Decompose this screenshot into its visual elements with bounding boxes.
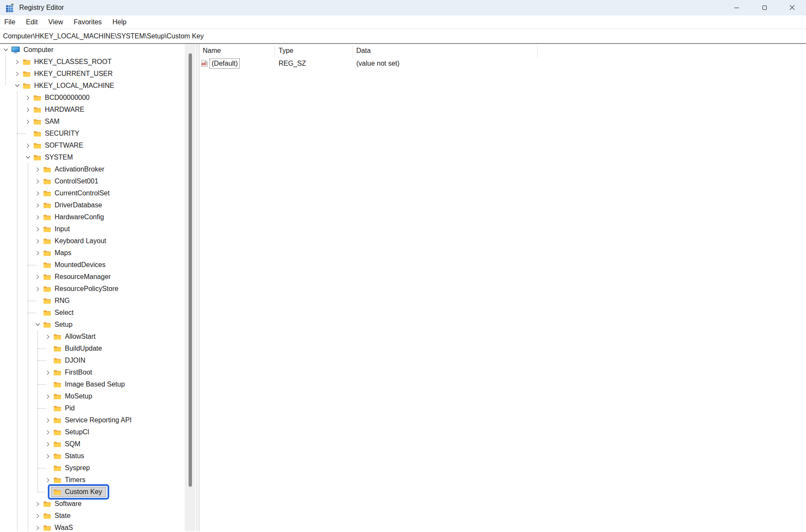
- chevron-right-icon[interactable]: [44, 414, 52, 426]
- tree-item-input[interactable]: Input: [0, 223, 185, 235]
- tree-item-waas[interactable]: WaaS: [0, 522, 185, 531]
- tree-item-pid[interactable]: Pid: [0, 402, 185, 414]
- chevron-right-icon[interactable]: [44, 366, 52, 378]
- menu-item-file[interactable]: File: [3, 17, 16, 27]
- chevron-placeholder: [44, 462, 52, 474]
- tree-item-label: Setup: [55, 321, 73, 329]
- tree-item-label: Maps: [55, 249, 71, 257]
- chevron-down-icon[interactable]: [2, 44, 9, 56]
- tree-item-resourcemanager[interactable]: ResourceManager: [0, 271, 185, 283]
- tree-item-mosetup[interactable]: MoSetup: [0, 390, 185, 402]
- tree-item-resourcepolicystore[interactable]: ResourcePolicyStore: [0, 283, 185, 295]
- tree-item-hkey-local-machine[interactable]: HKEY_LOCAL_MACHINE: [0, 80, 185, 92]
- chevron-right-icon[interactable]: [24, 140, 32, 151]
- chevron-right-icon[interactable]: [34, 235, 41, 247]
- chevron-placeholder: [44, 343, 52, 355]
- chevron-down-icon[interactable]: [34, 319, 41, 331]
- chevron-right-icon[interactable]: [34, 498, 41, 510]
- tree-item-label: BuildUpdate: [65, 345, 102, 352]
- chevron-right-icon[interactable]: [34, 247, 41, 259]
- chevron-right-icon[interactable]: [34, 199, 41, 211]
- value-name-cell[interactable]: (Default): [210, 58, 240, 70]
- menu-item-view[interactable]: View: [47, 17, 64, 27]
- chevron-right-icon[interactable]: [34, 211, 41, 223]
- tree-item-rng[interactable]: RNG: [0, 295, 185, 307]
- tree-item-hardware[interactable]: HARDWARE: [0, 104, 185, 116]
- chevron-right-icon[interactable]: [44, 426, 52, 438]
- chevron-right-icon[interactable]: [24, 116, 32, 128]
- tree-item-sam[interactable]: SAM: [0, 116, 185, 128]
- column-header-data[interactable]: Data: [356, 44, 371, 58]
- tree-scrollbar[interactable]: [185, 44, 195, 531]
- column-header-name[interactable]: Name: [203, 44, 221, 58]
- chevron-down-icon[interactable]: [13, 80, 21, 92]
- ab-string-value-icon: ab: [201, 60, 208, 69]
- tree-item-sysprep[interactable]: Sysprep: [0, 462, 185, 474]
- chevron-right-icon[interactable]: [34, 522, 41, 531]
- tree-item-driverdatabase[interactable]: DriverDatabase: [0, 199, 185, 211]
- column-separator[interactable]: [537, 45, 538, 58]
- tree-item-activationbroker[interactable]: ActivationBroker: [0, 163, 185, 175]
- tree-item-computer[interactable]: Computer: [0, 44, 185, 56]
- tree-item-select[interactable]: Select: [0, 307, 185, 319]
- chevron-right-icon[interactable]: [44, 450, 52, 462]
- chevron-right-icon[interactable]: [34, 187, 41, 199]
- tree-item-bcd00000000[interactable]: BCD00000000: [0, 92, 185, 104]
- maximize-button[interactable]: [751, 0, 778, 15]
- chevron-right-icon[interactable]: [34, 175, 41, 187]
- menu-item-edit[interactable]: Edit: [25, 17, 39, 27]
- tree-item-setupcl[interactable]: SetupCl: [0, 426, 185, 438]
- tree-item-label: HKEY_CLASSES_ROOT: [34, 58, 111, 66]
- tree-item-djoin[interactable]: DJOIN: [0, 355, 185, 366]
- chevron-right-icon[interactable]: [34, 223, 41, 235]
- tree-item-mounteddevices[interactable]: MountedDevices: [0, 259, 185, 271]
- folder-icon: [23, 83, 31, 89]
- tree-item-system[interactable]: SYSTEM: [0, 151, 185, 163]
- tree-item-sqm[interactable]: SQM: [0, 438, 185, 450]
- folder-icon: [33, 95, 41, 101]
- scrollbar-thumb[interactable]: [189, 53, 192, 487]
- chevron-right-icon[interactable]: [34, 271, 41, 283]
- tree-item-keyboard-layout[interactable]: Keyboard Layout: [0, 235, 185, 247]
- close-button[interactable]: [778, 0, 806, 15]
- column-separator[interactable]: [274, 45, 275, 58]
- folder-icon: [53, 477, 61, 483]
- tree-item-software[interactable]: SOFTWARE: [0, 140, 185, 151]
- chevron-right-icon[interactable]: [13, 68, 21, 80]
- tree-item-custom-key[interactable]: Custom Key: [0, 486, 185, 498]
- minimize-button[interactable]: [723, 0, 751, 15]
- tree-item-controlset001[interactable]: ControlSet001: [0, 175, 185, 187]
- selected-key[interactable]: Custom Key: [51, 487, 106, 497]
- tree-item-security[interactable]: SECURITY: [0, 128, 185, 140]
- address-bar[interactable]: Computer\HKEY_LOCAL_MACHINE\SYSTEM\Setup…: [0, 29, 806, 44]
- chevron-right-icon[interactable]: [44, 438, 52, 450]
- value-row-default[interactable]: ab(Default)REG_SZ(value not set): [199, 58, 806, 70]
- tree-item-image-based-setup[interactable]: Image Based Setup: [0, 378, 185, 390]
- tree-item-hardwareconfig[interactable]: HardwareConfig: [0, 211, 185, 223]
- tree-item-firstboot[interactable]: FirstBoot: [0, 366, 185, 378]
- tree-item-service-reporting-api[interactable]: Service Reporting API: [0, 414, 185, 426]
- chevron-right-icon[interactable]: [24, 92, 32, 104]
- tree-item-setup[interactable]: Setup: [0, 319, 185, 331]
- column-separator[interactable]: [352, 45, 353, 58]
- chevron-right-icon[interactable]: [44, 390, 52, 402]
- chevron-right-icon[interactable]: [13, 56, 21, 68]
- menu-item-help[interactable]: Help: [112, 17, 128, 27]
- tree-item-status[interactable]: Status: [0, 450, 185, 462]
- tree-item-hkey-classes-root[interactable]: HKEY_CLASSES_ROOT: [0, 56, 185, 68]
- menu-item-favorites[interactable]: Favorites: [73, 17, 103, 27]
- chevron-right-icon[interactable]: [44, 331, 52, 343]
- column-header-type[interactable]: Type: [279, 44, 294, 58]
- tree-item-hkey-current-user[interactable]: HKEY_CURRENT_USER: [0, 68, 185, 80]
- tree-item-software[interactable]: Software: [0, 498, 185, 510]
- tree-item-buildupdate[interactable]: BuildUpdate: [0, 343, 185, 355]
- chevron-right-icon[interactable]: [34, 163, 41, 175]
- chevron-right-icon[interactable]: [24, 104, 32, 116]
- chevron-right-icon[interactable]: [34, 510, 41, 522]
- chevron-right-icon[interactable]: [34, 283, 41, 295]
- tree-item-state[interactable]: State: [0, 510, 185, 522]
- tree-item-currentcontrolset[interactable]: CurrentControlSet: [0, 187, 185, 199]
- chevron-down-icon[interactable]: [24, 151, 32, 163]
- tree-item-allowstart[interactable]: AllowStart: [0, 331, 185, 343]
- tree-item-maps[interactable]: Maps: [0, 247, 185, 259]
